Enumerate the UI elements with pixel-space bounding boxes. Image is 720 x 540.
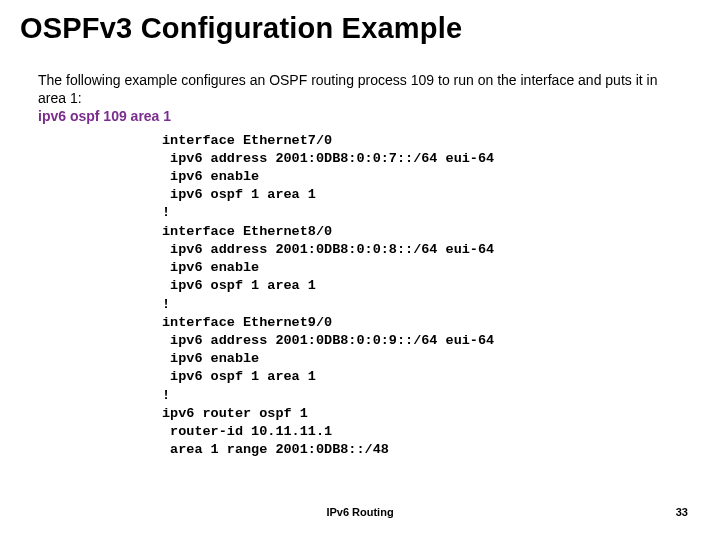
command-example: ipv6 ospf 109 area 1 xyxy=(38,107,680,125)
page-number: 33 xyxy=(676,506,688,518)
description-text: The following example configures an OSPF… xyxy=(38,71,680,107)
slide-title: OSPFv3 Configuration Example xyxy=(20,12,700,45)
code-configuration-block: interface Ethernet7/0 ipv6 address 2001:… xyxy=(162,132,700,460)
slide-container: OSPFv3 Configuration Example The followi… xyxy=(0,0,720,540)
footer-label: IPv6 Routing xyxy=(0,506,720,518)
body-text-block: The following example configures an OSPF… xyxy=(38,71,680,126)
